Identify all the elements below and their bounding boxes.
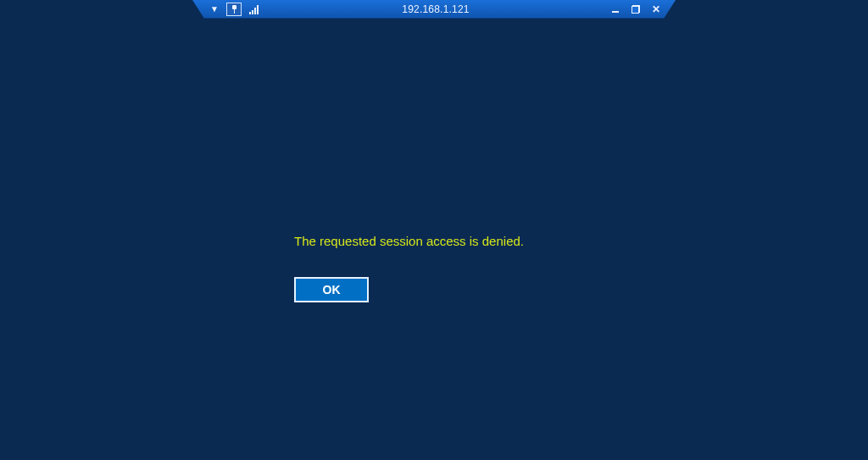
minimize-button[interactable] [609,3,621,15]
error-message-area: The requested session access is denied. … [294,234,524,302]
restore-button[interactable] [630,3,642,15]
error-message-text: The requested session access is denied. [294,234,524,248]
pin-icon[interactable] [226,3,242,16]
dropdown-icon[interactable]: ▼ [206,2,223,17]
close-button[interactable]: ✕ [650,3,662,15]
rdp-bar-window-controls: ✕ [609,3,662,15]
rdp-bar-left-controls: ▼ [206,2,262,17]
ok-button[interactable]: OK [294,277,369,302]
rdp-connection-bar: ▼ 192.168.1.121 ✕ [192,0,676,19]
signal-icon[interactable] [245,2,262,17]
connection-host-label: 192.168.1.121 [262,3,609,15]
